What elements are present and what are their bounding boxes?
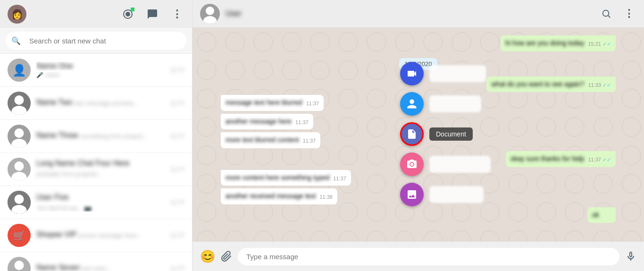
message-bubble: okay sure thanks for help 11:37 ✓✓ [506, 151, 616, 167]
chat-time: 11:?? [170, 265, 184, 271]
chat-info: User Five You dont kn pa... 📷 [36, 193, 165, 212]
attach-item-camera[interactable] [400, 152, 491, 176]
message-input[interactable] [238, 248, 619, 265]
avatar [8, 158, 31, 181]
chat-info: Shopee VIP promo message here... [36, 230, 165, 241]
svg-point-11 [203, 16, 217, 24]
message-time: 15:21 ✓✓ [588, 41, 611, 48]
mic-button[interactable] [625, 251, 636, 262]
list-item[interactable]: Name Two last message preview... 11:?? [0, 87, 192, 120]
chat-name: User Five [36, 193, 68, 202]
message-time: 11:33 ✓✓ [588, 82, 611, 89]
chat-name: Shopee VIP [36, 230, 76, 239]
chat-preview: something from project... [80, 133, 148, 140]
chat-name: Name Two [36, 98, 72, 107]
svg-point-7 [12, 172, 27, 181]
attach-gallery-button[interactable] [400, 183, 424, 206]
chat-name: Long Name Chat Four Here [36, 159, 129, 168]
message-time: 11:37 [295, 119, 309, 126]
contact-avatar[interactable] [200, 4, 220, 24]
avatar: 👤 [8, 59, 31, 82]
svg-point-3 [12, 106, 27, 115]
chat-info: Name One 🎤 voice [36, 62, 165, 78]
contact-name[interactable]: User [226, 9, 242, 18]
chat-messages-area: hi how are you doing today 15:21 ✓✓ 12/3… [192, 28, 644, 242]
user-avatar[interactable]: 👩 [8, 5, 26, 24]
chat-header-icons: ⋮ [599, 6, 636, 21]
avatar: 🛒 [8, 224, 31, 247]
svg-line-13 [608, 16, 610, 17]
attach-item-video[interactable] [400, 62, 491, 85]
attach-item-gallery[interactable] [400, 183, 491, 206]
message-bubble: more content here something typed 11:37 [221, 170, 351, 186]
status-icon-button[interactable] [120, 7, 135, 22]
chat-preview: probably from projects... [36, 170, 102, 178]
svg-point-10 [206, 7, 214, 15]
svg-point-4 [15, 128, 24, 138]
attach-button[interactable] [221, 251, 232, 262]
chat-search-button[interactable] [599, 6, 614, 21]
search-input[interactable] [25, 33, 181, 49]
svg-point-5 [12, 139, 27, 148]
attach-document-button[interactable] [400, 122, 424, 146]
attach-video-button[interactable] [400, 62, 424, 85]
chat-preview: 🎤 voice [36, 71, 165, 78]
emoji-button[interactable]: 😊 [200, 249, 215, 264]
attach-item-contact[interactable] [400, 92, 491, 116]
menu-button[interactable]: ⋮ [169, 7, 184, 22]
chat-input-bar: 😊 [192, 242, 644, 271]
message-bubble: message text here blurred 11:37 [221, 95, 324, 111]
chat-info: Name Three something from project... [36, 131, 165, 142]
message-bubble: another received message text 11:38 [221, 188, 337, 204]
avatar [8, 191, 31, 214]
chat-meta: 11:?? [170, 100, 184, 107]
svg-point-6 [15, 161, 24, 171]
message-time: 11:37 [303, 137, 316, 144]
message-bubble: ok [587, 207, 616, 223]
new-chat-button[interactable] [145, 7, 160, 22]
message-bubble: more text blurred content 11:37 [221, 132, 320, 148]
chat-time: 11:?? [170, 166, 184, 173]
attachment-menu: Document [400, 62, 491, 206]
svg-point-12 [603, 10, 609, 17]
chat-time: 11:?? [170, 232, 184, 239]
list-item[interactable]: Long Name Chat Four Here probably from p… [0, 153, 192, 186]
chat-preview: promo message here... [79, 232, 142, 239]
message-bubble: what do you want to see again? 11:33 ✓✓ [486, 76, 616, 93]
chat-name: Name Seven [36, 263, 80, 271]
search-icon: 🔍 [11, 36, 21, 45]
chat-preview: You dont kn pa... 📷 [36, 204, 165, 212]
avatar [8, 125, 31, 148]
list-item[interactable]: Name Three something from project... 11:… [0, 120, 192, 153]
svg-point-2 [15, 95, 24, 105]
svg-point-1 [126, 12, 130, 16]
chat-meta: 11:?? [170, 133, 184, 140]
avatar [8, 257, 31, 271]
message-bubble: another message here 11:37 [221, 114, 313, 130]
chat-time: 11:?? [170, 100, 184, 107]
chat-meta: 11:?? [170, 232, 184, 239]
avatar [8, 92, 31, 115]
list-item[interactable]: User Five You dont kn pa... 📷 11:?? [0, 186, 192, 219]
chat-meta: 11:?? [170, 199, 184, 206]
chat-info: Long Name Chat Four Here probably from p… [36, 159, 165, 179]
search-wrapper[interactable]: 🔍 [6, 32, 186, 50]
chat-menu-button[interactable]: ⋮ [621, 6, 636, 21]
attach-item-document[interactable]: Document [400, 122, 491, 146]
chat-header-left: User [200, 4, 242, 24]
chat-time: 11:?? [170, 199, 184, 206]
chat-preview: last message preview... [75, 100, 138, 107]
svg-point-8 [15, 261, 24, 270]
attach-camera-button[interactable] [400, 152, 424, 176]
left-header-icons: ⋮ [120, 7, 184, 22]
attach-contact-button[interactable] [400, 92, 424, 116]
chat-name: Name One [36, 62, 165, 70]
left-header: 👩 ⋮ [0, 0, 192, 28]
right-panel: User ⋮ hi how are you doing today 15:21 … [192, 0, 644, 271]
chat-meta: 11:?? [170, 265, 184, 271]
list-item[interactable]: 👤 Name One 🎤 voice 11:?? [0, 54, 192, 87]
chat-meta: 11:?? [170, 67, 184, 74]
chat-info: Name Two last message preview... [36, 98, 165, 109]
list-item[interactable]: 🛒 Shopee VIP promo message here... 11:?? [0, 219, 192, 252]
list-item[interactable]: Name Seven last seen... 11:?? [0, 252, 192, 271]
